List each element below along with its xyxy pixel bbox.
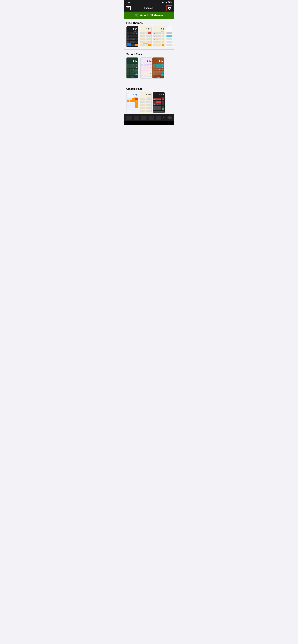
classic-pack-row: No SIM ▾ ↺ 97% 132 36÷96□132 ( ) % C +/-…: [124, 92, 167, 113]
theme-cream3[interactable]: No SIM ▾ ↺ ⚙ 132 36÷96□132 ( ) % C +/- ÷…: [139, 92, 152, 113]
svg-rect-1: [163, 2, 163, 3]
page-title: Themes: [144, 7, 153, 10]
theme-watercolor[interactable]: ≡ ↺ ⚙ 132 36÷96□132 ( ) % C +/- ÷ × ⬜ 7 …: [140, 57, 152, 78]
ad-close-button[interactable]: ×: [168, 116, 172, 120]
ad-tab-1: [126, 116, 132, 120]
ad-banner: CELIN ×: [124, 114, 174, 121]
free-themes-section: Free Themes No SIM ▾ ↺ 97%■ 132 36÷96□13…: [124, 20, 174, 48]
theme-green[interactable]: ≡ ↺ 97% 132 36÷96□132 ( ) % C +/- ÷ × ⬜ …: [126, 57, 138, 78]
theme-wood[interactable]: ≡ ↺ ⚙ 132 36÷96□132 ( ) ÷ C +/- ÷ × ⬜ 7 …: [152, 57, 164, 78]
school-pack-arrow[interactable]: ›: [124, 78, 126, 82]
status-time: 1:34: [126, 1, 130, 4]
svg-rect-2: [163, 2, 164, 3]
classic-pack-section: Classic Pack No SIM ▾ ↺ 97% 132 36÷96□13…: [124, 85, 174, 114]
svg-point-4: [166, 3, 167, 3]
unlock-banner[interactable]: 🛒 Unlock All Themes: [124, 12, 174, 20]
ad-tab-5: [156, 116, 161, 120]
ad-tab-3: [141, 116, 146, 120]
classic-pack-arrow[interactable]: ›: [167, 101, 169, 104]
cart-icon: 🛒: [134, 14, 139, 18]
nav-bar: + −= Themes: [124, 5, 174, 12]
calc-cream2-mockup: No SIM ▾ ↺ ⚙ 132 36÷96□132 ( ) % C +/- ÷…: [153, 26, 165, 47]
svg-rect-0: [162, 2, 163, 3]
calc-cream1-mockup: No SIM ▾ ↺ ⚙ 132 36÷96□132 ( ) % C +/- ÷…: [140, 26, 152, 47]
classic-pack-scroll-wrapper: No SIM ▾ ↺ 97% 132 36÷96□132 ( ) % C +/-…: [124, 92, 174, 113]
theme-blue[interactable]: No SIM ▾ ↺ 97% 132 36÷96□132 ( ) % C +/-…: [126, 92, 138, 113]
wifi-icon: [165, 1, 168, 4]
calc-light-mockup: No SIM ▾ ↺ ⚙ 132 36÷96□132 ( ) % C +/- ÷…: [166, 26, 172, 47]
calc-darkred-mockup: No SIM ▾ ↺ ⚙ 132 36÷96□132 ( ) % C +/- ÷…: [153, 92, 165, 113]
ad-tab-4: [148, 116, 154, 120]
status-bar: 1:34: [124, 0, 174, 5]
classic-pack-title: Classic Pack: [124, 87, 174, 92]
svg-rect-6: [169, 2, 171, 3]
theme-light[interactable]: No SIM ▾ ↺ ⚙ 132 36÷96□132 ( ) % C +/- ÷…: [166, 26, 172, 47]
settings-button[interactable]: [167, 5, 172, 11]
status-icons: [162, 1, 172, 4]
theme-cream2[interactable]: No SIM ▾ ↺ ⚙ 132 36÷96□132 ( ) % C +/- ÷…: [153, 26, 165, 47]
free-themes-title: Free Themes: [124, 22, 174, 26]
free-themes-arrow[interactable]: ›: [172, 35, 174, 38]
calc-watercolor-mockup: ≡ ↺ ⚙ 132 36÷96□132 ( ) % C +/- ÷ × ⬜ 7 …: [140, 58, 152, 78]
school-pack-row: ≡ ↺ 97% 132 36÷96□132 ( ) % C +/- ÷ × ⬜ …: [124, 57, 140, 78]
calc-cream3-mockup: No SIM ▾ ↺ ⚙ 132 36÷96□132 ( ) % C +/- ÷…: [140, 92, 152, 113]
signal-icon: [162, 1, 165, 4]
free-themes-row: No SIM ▾ ↺ 97%■ 132 36÷96□132 ( ) % C ⬜ …: [124, 26, 172, 47]
app-logo: + −=: [126, 6, 130, 10]
calc-dark-mockup: No SIM ▾ ↺ 97%■ 132 36÷96□132 ( ) % C ⬜ …: [126, 26, 138, 47]
calc-green-mockup: ≡ ↺ 97% 132 36÷96□132 ( ) % C +/- ÷ × ⬜ …: [126, 58, 138, 78]
home-bar: [141, 123, 157, 123]
ad-brand-text: CELIN: [162, 116, 168, 119]
free-themes-scroll-wrapper: No SIM ▾ ↺ 97%■ 132 36÷96□132 ( ) % C ⬜ …: [124, 26, 174, 47]
divider-2: [124, 84, 174, 84]
school-pack-scroll-wrapper: ≡ ↺ 97% 132 36÷96□132 ( ) % C +/- ÷ × ⬜ …: [124, 57, 174, 78]
svg-rect-3: [164, 1, 164, 3]
school-pack-title: School Pack: [124, 53, 174, 57]
school-pack-section: School Pack ≡ ↺ 97% 132 36÷96□132 ( ) % …: [124, 51, 174, 83]
gear-icon: [168, 6, 171, 10]
ad-tab-items: [126, 116, 162, 120]
calc-wood-mockup: ≡ ↺ ⚙ 132 36÷96□132 ( ) ÷ C +/- ÷ × ⬜ 7 …: [153, 58, 164, 78]
home-indicator: [124, 121, 174, 125]
unlock-text: Unlock All Themes: [140, 14, 164, 17]
theme-dark[interactable]: No SIM ▾ ↺ 97%■ 132 36÷96□132 ( ) % C ⬜ …: [126, 26, 138, 47]
calc-blue-mockup: No SIM ▾ ↺ 97% 132 36÷96□132 ( ) % C +/-…: [126, 92, 138, 113]
theme-darkred[interactable]: No SIM ▾ ↺ ⚙ 132 36÷96□132 ( ) % C +/- ÷…: [153, 92, 165, 113]
theme-cream1[interactable]: No SIM ▾ ↺ ⚙ 132 36÷96□132 ( ) % C +/- ÷…: [139, 26, 152, 47]
ad-tab-2: [134, 116, 139, 120]
battery-icon: [168, 1, 172, 4]
